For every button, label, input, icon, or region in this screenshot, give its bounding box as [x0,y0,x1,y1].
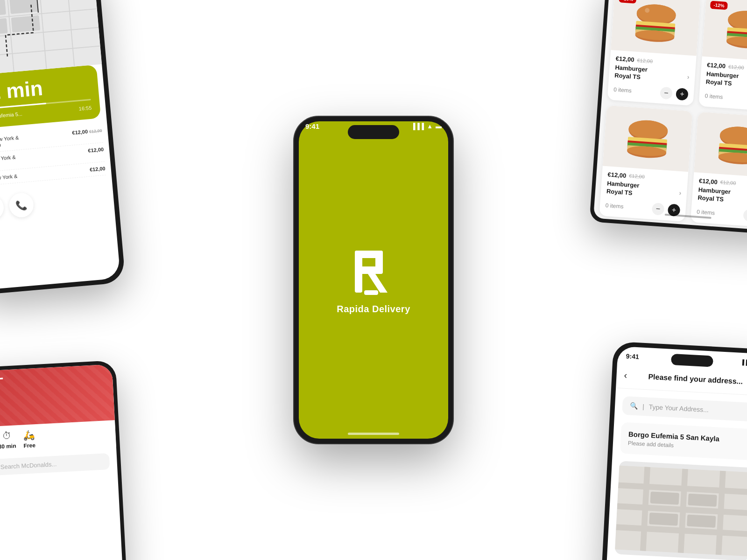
left-top-phone: Paloma Place 12 min Borgo Eufemia 5... 1… [0,0,126,295]
battery-icon: ▬ [0,375,3,381]
delivery-fee-item: 🛵 Free [23,429,36,449]
signal-icon: ▐▐▐ [411,123,424,130]
scooter-icon: 🛵 [23,429,35,441]
order-address: Borgo Eufemia 5... 16:55 [0,105,92,120]
svg-rect-47 [688,494,717,507]
svg-rect-45 [650,491,679,504]
status-icons: ▐▐▐ ▲ [740,359,747,366]
item-price: €12,00 [88,147,104,154]
product-quantity: 0 items − + [697,205,747,223]
right-bottom-phone: 9:41 ▐▐▐ ▲ ‹ Please find your address...… [600,341,747,560]
map-svg [615,461,747,560]
call-button[interactable]: 📞 [8,192,35,218]
rapida-logo: Rapida Delivery [337,246,410,315]
product-info: €12,00 €12,00 HamburgerRoyal TS › 0 item… [698,56,747,112]
product-info: €12,00 €12,00 HamburgerRoyal TS › 0 item… [599,166,688,221]
status-icons: ▐▐▐ ▲ ▬ [411,123,442,130]
address-suggestion[interactable]: Borgo Eufemia 5 San Kayla Please add det… [620,422,747,461]
svg-rect-48 [687,514,716,527]
search-bar[interactable]: 🔍 Search McDonalds... [0,453,110,476]
item-price: €12,00 [90,166,106,173]
status-time: 9:41 [305,122,319,130]
product-name: HamburgerRoyal TS › [606,180,682,201]
map-preview [615,461,747,560]
product-price-old: €12,00 [728,63,744,70]
discount-badge: -20% [619,0,636,4]
delivery-time-value: 30 min [0,442,16,450]
quantity-label: 0 items [613,86,657,95]
address-header: ‹ Please find your address... [616,370,747,396]
arrival-time: 16:55 [78,105,92,112]
delivery-time: 12 min [0,74,91,104]
item-price: €12,00 €12,00 [72,127,102,136]
right-top-tablet: -20% €12, [589,0,747,235]
decrease-button[interactable]: − [652,203,665,216]
product-quantity: 0 items − + [705,90,747,107]
product-price: €12,00 [607,171,627,179]
product-image-2: -12% [702,0,747,63]
arrow-icon: › [679,189,682,197]
delivery-time-item: ⏱ 30 min [0,430,16,450]
decrease-button[interactable]: − [660,86,673,99]
app-name: Rapida Delivery [337,304,410,315]
product-image-4 [694,112,747,178]
status-bar: 9:41 ▐▐▐ ▲ ▬ [305,122,442,130]
order-items-list: Wrap™ New York &cken Bacon €12,00 €12,00… [0,118,112,193]
product-name: HamburgerRoyal TS › [614,64,690,85]
chat-button[interactable]: 💬 [0,195,5,221]
product-price-old: €12,00 [720,179,736,186]
product-name: HamburgerRoyal TS › [705,70,747,91]
product-price-old: €12,00 [637,57,653,64]
product-card: €12,00 €12,00 HamburgerRoyal TS › 0 item… [691,112,747,228]
product-info: €12,00 €12,00 HamburgerRoyal TS › 0 item… [607,50,697,105]
decrease-button[interactable]: − [743,209,747,222]
map-area: Paloma Place [0,0,102,77]
product-card: -20% €12, [607,0,701,105]
product-grid: -20% €12, [593,0,747,231]
wifi-icon: ▲ [427,123,433,130]
product-image-3 [603,105,693,172]
clock-icon: ⏱ [2,430,12,441]
right-bottom-screen: 9:41 ▐▐▐ ▲ ‹ Please find your address...… [606,346,747,560]
svg-rect-3 [375,251,383,274]
route-path [0,0,102,77]
product-price: €12,00 [699,177,718,186]
left-top-screen: Paloma Place 12 min Borgo Eufemia 5... 1… [0,0,120,290]
search-placeholder-text: Type Your Address... [648,403,709,414]
address-search[interactable]: 🔍 | Type Your Address... [622,396,747,422]
logo-icon [350,246,397,297]
search-placeholder: | [642,403,644,410]
back-button[interactable]: ‹ [624,370,627,381]
increase-button[interactable]: + [676,88,689,101]
svg-rect-46 [649,512,678,525]
right-top-screen: -20% €12, [593,0,747,231]
quantity-label: 0 items [705,92,747,102]
product-info: €12,00 €12,00 HamburgerRoyal TS › 0 item… [691,172,747,228]
product-name: HamburgerRoyal TS › [698,186,747,207]
product-price-old: €12,00 [629,173,645,180]
center-phone: 9:41 ▐▐▐ ▲ ▬ Rapida Delivery [294,117,453,443]
svg-rect-4 [364,290,378,295]
item-name: Wrap™ New York &cken Bacon [0,135,20,150]
signal-icon: ▐▐▐ [740,359,747,365]
arrow-icon: › [687,72,690,81]
burger-svg [722,7,747,52]
page-title: Please find your address... [633,371,747,386]
left-bottom-phone: ▐▐▐ ▲ ▬ McDonalds ↗ ⏱ 7/5 ⏱ 30 min 🛵 F [0,360,127,560]
item-name: rap™ New York &cken B [0,154,16,168]
burger-svg [631,0,680,45]
order-progress-fill [0,103,46,110]
address-text: Borgo Eufemia 5... [0,111,22,120]
splash-screen: Rapida Delivery [299,121,448,439]
delivery-fee-value: Free [23,442,35,449]
status-time: 9:41 [626,352,639,360]
left-bottom-screen: ▐▐▐ ▲ ▬ McDonalds ↗ ⏱ 7/5 ⏱ 30 min 🛵 F [0,364,123,560]
item-name: rap™ New York & [0,173,18,182]
quantity-label: 0 items [605,202,648,211]
burger-svg [714,122,747,168]
restaurant-banner: ▐▐▐ ▲ ▬ [0,364,115,427]
product-image-1: -20% [611,0,701,56]
restaurant-info: ⏱ 7/5 ⏱ 30 min 🛵 Free [0,420,116,456]
battery-icon: ▬ [436,123,442,130]
product-price: €12,00 [615,55,634,63]
